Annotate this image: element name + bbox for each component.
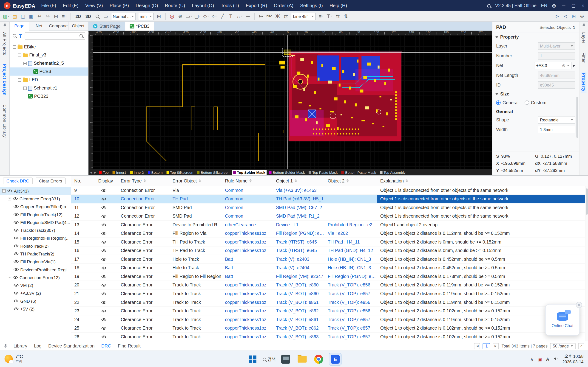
drc-node-fill-regiontotrack-12[interactable]: Fill RegiontoTrack(12)	[0, 210, 71, 218]
language-toggle[interactable]: EN	[541, 3, 547, 8]
panel-tab-drc[interactable]: DRC	[101, 343, 111, 349]
col-rule-name[interactable]: Rule Name	[222, 175, 273, 186]
rule-link[interactable]: copperThickness1oz	[222, 298, 273, 306]
sort-icon[interactable]	[406, 179, 408, 183]
object2-link[interactable]: Track (V_TOP): e857	[325, 290, 377, 298]
visibility-eye-icon[interactable]	[101, 249, 107, 252]
rule-link[interactable]: copperThickness1oz	[222, 238, 273, 246]
object1-link[interactable]: Via (+A3.3V): e1463	[273, 186, 325, 194]
rule-link[interactable]: copperThickness1oz	[222, 281, 273, 289]
view-2d-button[interactable]: 2D	[74, 12, 83, 20]
object1-link[interactable]: Track (V): e2403	[273, 255, 325, 263]
drc-node-fill-regiontofill-region[interactable]: Fill RegiontoFill Region(...	[0, 234, 71, 242]
unit-select[interactable]: mm	[138, 13, 154, 20]
drc-row-16[interactable]: 16Clearance ErrorTH Pad to TrackcopperTh…	[71, 247, 588, 255]
visibility-eye-icon[interactable]	[13, 197, 18, 200]
redo-icon[interactable]: ↪	[44, 12, 52, 20]
object1-link[interactable]: Track (V): e2404	[273, 264, 325, 272]
collapse-icon[interactable]: −	[8, 197, 11, 200]
project-tab-page[interactable]: Page	[10, 22, 29, 31]
layer-top-solder-mask[interactable]: Top Solder Mask	[232, 170, 267, 175]
search-icon[interactable]	[13, 34, 16, 38]
menu-edit-e[interactable]: Edit (E)	[63, 3, 78, 8]
panel-tab-device-standardization[interactable]: Device Standardization	[48, 343, 95, 349]
tray-chevron-icon[interactable]: ∧	[530, 357, 533, 362]
save-icon[interactable]: ▣	[27, 12, 35, 20]
taskbar-clock[interactable]: 오후 10:58 2026-03-14	[562, 354, 584, 365]
drc-node-fill-regiontovia-1[interactable]: Fill RegiontoVia(1)	[0, 258, 71, 266]
net-length-input[interactable]: 46.869mm	[538, 72, 575, 79]
rule-link[interactable]: copperThickness1oz	[222, 247, 273, 255]
visibility-eye-icon[interactable]	[14, 221, 19, 224]
place-pad-icon[interactable]: ◎	[168, 12, 176, 20]
distribute-icon[interactable]: ⊤	[326, 12, 333, 20]
object1-link[interactable]: TH Pad (+A3.3V): H5_1	[273, 195, 325, 203]
collapse-icon[interactable]: −	[23, 61, 27, 65]
import-panel-icon[interactable]: ⊳	[553, 12, 561, 20]
new-design-icon[interactable]: ▥	[2, 12, 10, 20]
tree-node-ebike[interactable]: −EBike	[10, 43, 88, 51]
col-object-1[interactable]: Object 1	[273, 175, 325, 186]
rule-link[interactable]: copperThickness1oz	[222, 315, 273, 324]
display-mode-select[interactable]: Normal ...	[111, 13, 136, 20]
menu-place-p[interactable]: Place (P)	[110, 3, 129, 8]
visibility-eye-icon[interactable]	[14, 244, 19, 248]
layer-inner1[interactable]: Inner1	[111, 170, 128, 175]
taskbar-app-chrome[interactable]	[312, 353, 325, 365]
pin-icon[interactable]	[3, 23, 6, 28]
drc-node-vm-2[interactable]: VM (2)	[0, 281, 71, 289]
object2-link[interactable]: Hole (HB_IN): CN1_3	[325, 264, 377, 272]
project-tab-object[interactable]: Object	[69, 22, 88, 31]
clear-errors-button[interactable]: Clear Errors	[36, 177, 66, 184]
id-input[interactable]: e90e45	[538, 81, 575, 89]
place-origin-icon[interactable]: ┼	[244, 12, 252, 20]
mirror-horizontal-icon[interactable]: ⇆	[334, 12, 342, 20]
open-folder-icon[interactable]: ▤	[11, 12, 19, 20]
rule-link[interactable]: Common	[222, 212, 273, 220]
menu-route-u[interactable]: Route (U)	[165, 3, 185, 8]
visibility-eye-icon[interactable]	[14, 229, 19, 232]
shape-select[interactable]: Rectangle	[538, 116, 575, 124]
drc-node-copper-region-filled-to[interactable]: Copper Region(Filled)to...	[0, 203, 71, 210]
taskbar-search[interactable]: 검색	[263, 356, 276, 362]
drc-row-26[interactable]: 26Clearance ErrorTrack to TrackcopperThi…	[71, 333, 588, 341]
place-via-icon[interactable]: ⊕	[176, 12, 184, 20]
layer-top-assembly[interactable]: Top Assembly	[378, 170, 407, 175]
width-input[interactable]: 1.8mm	[538, 126, 575, 133]
place-rect-icon[interactable]: ▭	[185, 12, 193, 20]
taskbar-weather[interactable]: 7°C 흐림	[0, 354, 27, 364]
visibility-eye-icon[interactable]	[13, 276, 18, 279]
visibility-eye-icon[interactable]	[101, 301, 107, 304]
object2-link[interactable]: Track (V_TOP): e857	[325, 324, 377, 332]
visibility-eye-icon[interactable]	[101, 258, 107, 261]
drc-row-18[interactable]: 18Clearance ErrorHole to TrackBattTrack …	[71, 264, 588, 272]
zoom-region-icon[interactable]	[94, 12, 101, 20]
object1-link[interactable]: Track (V_BOT): e861	[273, 315, 325, 324]
minimize-button[interactable]: ─	[562, 3, 565, 8]
place-keepout-icon[interactable]: ▢	[193, 12, 201, 20]
current-page[interactable]: 1	[483, 343, 490, 349]
tree-node-final-v3[interactable]: −Final_v3	[10, 51, 88, 59]
taskbar-app-photos[interactable]	[279, 353, 292, 365]
rule-link[interactable]: otherClearance	[222, 221, 273, 229]
object2-link[interactable]: Via : e202	[325, 229, 377, 238]
filter-funnel-icon[interactable]	[18, 34, 23, 38]
col-explanation[interactable]: Explanation	[377, 175, 588, 186]
drc-node-clearance-error-331[interactable]: −Clearance Error(331)	[0, 195, 71, 203]
object1-link[interactable]: Track (V_BOT): e862	[273, 307, 325, 315]
ratsnest-icon[interactable]: Ж	[274, 12, 281, 20]
visibility-eye-icon[interactable]	[14, 252, 19, 255]
project-search-input[interactable]	[25, 32, 85, 40]
grid-settings-icon[interactable]: ⊞	[155, 12, 163, 20]
clear-net-icon[interactable]: ⊗	[562, 63, 565, 68]
visibility-eye-icon[interactable]	[101, 214, 107, 218]
doc-tab-pcb3[interactable]: *PCB3	[125, 22, 154, 31]
pcb-canvas[interactable]	[93, 35, 492, 169]
visibility-eye-icon[interactable]	[7, 189, 12, 192]
drc-node-gnd-6[interactable]: GND (6)	[0, 297, 71, 305]
layer-top-silkscreen[interactable]: Top Silkscreen	[165, 170, 195, 175]
object2-link[interactable]: TH Pad (GND): H4_12	[325, 247, 377, 255]
drc-row-9[interactable]: 9Connection ErrorViaCommonVia (+A3.3V): …	[71, 186, 588, 195]
rule-link[interactable]: Batt	[222, 272, 273, 281]
section-size[interactable]: Size	[493, 90, 579, 98]
